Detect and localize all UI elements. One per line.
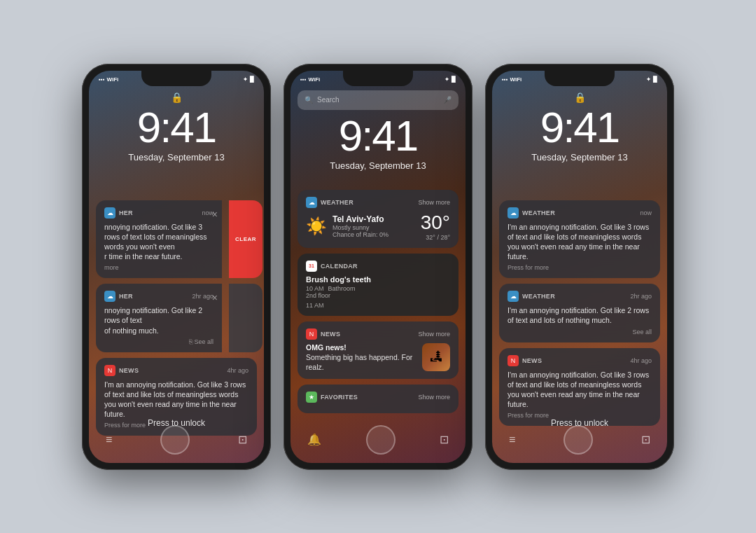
news-card-2[interactable]: N NEWS Show more OMG news! Something big… [298,321,458,379]
notif-body-1: nnoying notification. Got like 3 rows of… [104,222,214,262]
notifications-2: ☁ WEATHER Show more ☀️ Tel Aviv-Yafo Mos… [298,190,458,419]
weather-city: Tel Aviv-Yafo [332,214,388,224]
bottom-bar-1: ≡ ⊡ [89,425,264,455]
news-header-2: N NEWS Show more [306,328,450,340]
time-display-1: 9:41 Tuesday, September 13 [89,106,264,162]
news-app-icon-1: N [104,365,115,376]
status-right-2: ✦ ▉ [444,76,456,83]
see-all-3[interactable]: See all [507,328,652,335]
weather-app-name-3: WEATHER [522,209,555,216]
app-name-weather-1: HER [119,209,133,216]
app-name-news-1: NEWS [119,367,139,374]
search-bar[interactable]: 🔍 Search 🎤 [298,90,458,110]
calendar-app-name-2: CALENDAR [321,263,358,270]
notif-2hr-card[interactable]: ☁ HER 2hr ago nnoying notification. Got … [96,284,222,352]
notif-header-1: ☁ HER now [104,207,214,219]
bluetooth-icon: ✦ [243,76,248,83]
wifi-icon-2: WiFi [309,76,321,83]
phone-2-screen: ▪▪▪ WiFi ✦ ▉ 🔍 Search 🎤 9:41 Tuesday, Se… [290,71,465,463]
home-button-1[interactable] [160,425,190,455]
notch-1 [141,71,211,86]
see-all-1[interactable]: ⎘ See all [104,338,214,345]
notch-3 [545,71,615,86]
weather-show-more[interactable]: Show more [418,199,450,206]
news-title-2: OMG news! [306,343,416,352]
notif-weather-now-card[interactable]: ☁ HER now nnoying notification. Got like… [96,200,222,279]
bell-icon-2[interactable]: 🔔 [307,433,321,446]
notif-time-news-3: 4hr ago [630,357,652,364]
camera-icon-3[interactable]: ⊡ [641,433,650,446]
status-left-2: ▪▪▪ WiFi [300,76,320,83]
home-button-3[interactable] [564,425,593,455]
app-info-2hr-3: ☁ WEATHER [507,291,555,302]
home-button-2[interactable] [366,425,396,455]
cal-floor: 2nd floor [306,292,450,299]
time-display-2: 9:41 Tuesday, September 13 [290,114,465,171]
calendar-header-2: 31 CALENDAR [306,261,450,272]
menu-icon-3[interactable]: ≡ [509,434,515,446]
weather-icon-2hr-3: ☁ [507,291,519,302]
phone-1: ▪▪▪ WiFi ✦ ▉ 🔒 9:41 Tuesday, September 1… [82,64,271,470]
cal-time2: 11 AM [306,302,450,309]
weather-icon-3: ☁ [507,207,519,219]
news-show-more[interactable]: Show more [418,331,450,338]
search-placeholder: Search [317,96,340,104]
favorites-icon-2: ★ [306,392,317,403]
favorites-show-more[interactable]: Show more [418,394,450,401]
weather-temp-group: 30° 32° / 28° [421,212,450,241]
bottom-bar-2: 🔔 ⊡ [290,425,465,455]
notif-weather-card-3[interactable]: ☁ WEATHER now I'm an annoying notificati… [499,200,660,279]
weather-icon-2: ☁ [306,197,317,208]
weather-app-info-2: ☁ WEATHER [306,197,354,208]
phone-3-screen: ▪▪▪ WiFi ✦ ▉ 🔒 9:41 Tuesday, September 1… [492,71,667,463]
dismiss-x-1[interactable]: × [212,209,218,220]
weather-press-more-3[interactable]: Press for more [507,264,652,271]
press-more-1[interactable]: more [104,264,214,271]
news-app-info-3: N NEWS [507,355,542,366]
notif-2hr-card-3[interactable]: ☁ WEATHER 2hr ago I'm an annoying notifi… [499,284,660,342]
app-name-2hr: HER [119,293,133,300]
calendar-card-2[interactable]: 31 CALENDAR Brush dog's teeth 10 AM Bath… [298,254,458,316]
notifications-3: ☁ WEATHER now I'm an annoying notificati… [499,200,660,432]
favorites-card-2[interactable]: ★ FAVORITES Show more [298,385,458,413]
phone-1-screen: ▪▪▪ WiFi ✦ ▉ 🔒 9:41 Tuesday, September 1… [89,71,264,463]
cal-event-title: Brush dog's teeth [306,275,450,284]
weather-card-2[interactable]: ☁ WEATHER Show more ☀️ Tel Aviv-Yafo Mos… [298,190,458,248]
weather-app-icon-2: ☁ [104,291,115,302]
notif-news-card-3[interactable]: N NEWS 4hr ago I'm an annoying notificat… [499,348,660,427]
notif-time-2hr-3: 2hr ago [630,293,652,300]
weather-app-icon-1: ☁ [104,207,115,219]
weather-body-3: I'm an annoying notification. Got like 3… [507,222,652,262]
date-2: Tuesday, September 13 [290,160,465,171]
lock-icon-3: 🔒 [574,92,586,103]
news-icon-2: N [306,328,317,340]
time-display-3: 9:41 Tuesday, September 13 [492,106,667,162]
dismiss-x-2[interactable]: × [212,292,218,303]
notif-body-news-3: I'm an annoying notification. Got like 3… [507,370,652,410]
notch-2 [343,71,413,86]
weather-temp: 30° [421,212,450,234]
notif-news-header-3: N NEWS 4hr ago [507,355,652,366]
wifi-icon: WiFi [107,76,119,83]
app-info-1: ☁ HER [104,207,133,219]
mic-icon: 🎤 [443,96,451,104]
notif-weather-header-3: ☁ WEATHER now [507,207,652,219]
battery-icon-3: ▉ [653,76,657,83]
camera-icon-2[interactable]: ⊡ [440,433,449,446]
news-body-2: Something big has happend. For realz. [306,352,416,372]
bottom-bar-3: ≡ ⊡ [492,425,667,455]
weather-time-3: now [640,209,652,216]
clear-button[interactable]: CLEAR [229,200,262,279]
notif-2hr-header-3: ☁ WEATHER 2hr ago [507,291,652,302]
signal-icon-2: ▪▪▪ [300,76,307,83]
status-right-1: ✦ ▉ [243,76,254,83]
weather-range: 32° / 28° [421,234,450,241]
app-info-2hr: ☁ HER [104,291,133,302]
calendar-app-info-2: 31 CALENDAR [306,261,358,272]
camera-icon-1[interactable]: ⊡ [238,433,247,446]
weather-rain: Chance of Rain: 0% [332,231,388,238]
cal-location: Bathroom [328,285,356,292]
weather-left-2: ☀️ Tel Aviv-Yafo Mostly sunny Chance of … [306,214,388,238]
bluetooth-icon-2: ✦ [444,76,449,83]
menu-icon-1[interactable]: ≡ [106,434,112,446]
